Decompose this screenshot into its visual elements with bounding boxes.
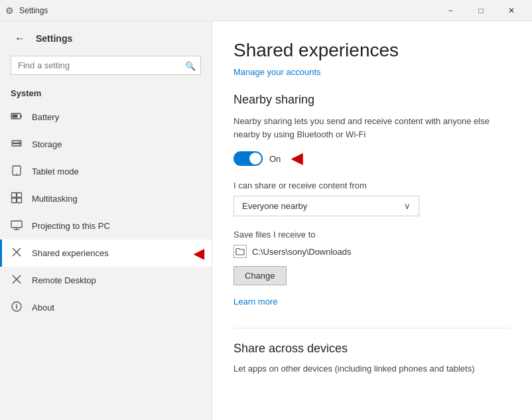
window-controls: − □ ✕: [435, 0, 527, 21]
settings-icon: ⚙: [5, 5, 14, 16]
svg-point-5: [19, 141, 21, 143]
svg-rect-11: [12, 198, 17, 203]
folder-icon: [233, 245, 247, 258]
multitasking-label: Multitasking: [32, 194, 78, 204]
minimize-button[interactable]: −: [435, 0, 466, 21]
sidebar: ← Settings 🔍 System Battery: [0, 21, 212, 420]
sidebar-item-about[interactable]: About: [0, 294, 212, 321]
remote-desktop-label: Remote Desktop: [32, 275, 96, 285]
sidebar-item-tablet-mode[interactable]: Tablet mode: [0, 158, 212, 185]
share-across-description: Let apps on other devices (including lin…: [233, 362, 511, 376]
battery-icon: [11, 110, 23, 124]
sidebar-item-battery[interactable]: Battery: [0, 104, 212, 131]
search-box: 🔍: [11, 56, 201, 75]
svg-rect-9: [12, 193, 17, 198]
svg-rect-10: [17, 193, 22, 198]
sidebar-section-title: System: [0, 83, 212, 104]
sidebar-header: ← Settings: [0, 21, 212, 56]
svg-rect-12: [17, 198, 22, 203]
save-files-label: Save files I receive to: [233, 230, 511, 240]
projecting-label: Projecting to this PC: [32, 221, 110, 231]
sidebar-item-remote-desktop[interactable]: Remote Desktop: [0, 267, 212, 294]
section-divider: [233, 328, 511, 328]
main-content: Shared experiences Manage your accounts …: [212, 21, 532, 420]
share-label: I can share or receive content from: [233, 180, 511, 190]
red-arrow-toggle: ◀: [291, 150, 302, 167]
svg-point-22: [16, 304, 17, 305]
battery-label: Battery: [32, 112, 59, 122]
shared-experiences-label: Shared experiences: [32, 248, 109, 258]
svg-rect-13: [11, 221, 22, 228]
toggle-row: On ◀: [233, 150, 511, 167]
page-title: Shared experiences: [233, 40, 511, 61]
svg-point-6: [19, 144, 21, 145]
tablet-icon: [11, 165, 23, 178]
remote-desktop-icon: [11, 273, 23, 287]
tablet-mode-label: Tablet mode: [32, 167, 79, 176]
close-button[interactable]: ✕: [496, 0, 527, 21]
file-path-text: C:\Users\sony\Downloads: [252, 247, 352, 257]
titlebar: ⚙ Settings − □ ✕: [0, 0, 532, 21]
svg-rect-1: [21, 115, 22, 117]
learn-more-link[interactable]: Learn more: [233, 297, 277, 307]
file-path-row: C:\Users\sony\Downloads: [233, 245, 511, 258]
shared-experiences-icon: [11, 246, 23, 260]
svg-rect-2: [13, 115, 18, 118]
about-icon: [11, 301, 23, 315]
change-button[interactable]: Change: [233, 266, 287, 285]
search-input[interactable]: [11, 56, 201, 75]
sidebar-title: Settings: [36, 33, 72, 44]
multitasking-icon: [11, 192, 23, 206]
sidebar-item-projecting[interactable]: Projecting to this PC: [0, 212, 212, 240]
titlebar-title: Settings: [19, 6, 435, 15]
app-container: ← Settings 🔍 System Battery: [0, 21, 532, 420]
chevron-down-icon: ∨: [404, 201, 411, 211]
nearby-sharing-toggle[interactable]: [233, 151, 263, 166]
nearby-sharing-title: Nearby sharing: [233, 93, 511, 107]
share-dropdown[interactable]: Everyone nearby ∨: [233, 196, 419, 216]
toggle-label: On: [269, 154, 281, 164]
about-label: About: [32, 303, 54, 313]
nearby-sharing-description: Nearby sharing lets you send and receive…: [233, 115, 511, 141]
projecting-icon: [11, 219, 23, 233]
back-button[interactable]: ←: [11, 29, 29, 48]
sidebar-item-multitasking[interactable]: Multitasking: [0, 185, 212, 212]
sidebar-item-shared-experiences[interactable]: Shared experiences ◀: [0, 240, 212, 267]
search-icon: 🔍: [185, 60, 196, 70]
share-across-title: Share across devices: [233, 342, 511, 356]
storage-label: Storage: [32, 139, 62, 149]
red-arrow-sidebar: ◀: [194, 245, 204, 261]
svg-point-8: [16, 173, 17, 175]
maximize-button[interactable]: □: [466, 0, 496, 21]
manage-accounts-link[interactable]: Manage your accounts: [233, 67, 321, 77]
storage-icon: [11, 137, 23, 151]
dropdown-value: Everyone nearby: [242, 201, 307, 211]
sidebar-item-storage[interactable]: Storage: [0, 131, 212, 158]
